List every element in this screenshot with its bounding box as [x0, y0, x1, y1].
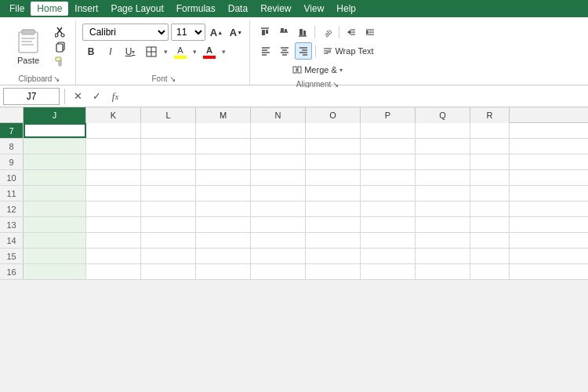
cancel-formula-button[interactable]: ✕	[70, 89, 85, 104]
underline-button[interactable]: U ▾	[122, 43, 139, 60]
cell-r12[interactable]	[470, 201, 510, 216]
cell-p11[interactable]	[361, 186, 416, 201]
menu-file[interactable]: File	[3, 2, 31, 16]
cell-o12[interactable]	[306, 201, 361, 216]
cell-l16[interactable]	[141, 264, 196, 279]
cell-o9[interactable]	[306, 154, 361, 169]
cell-k16[interactable]	[86, 264, 141, 279]
increase-indent-button[interactable]	[361, 24, 379, 41]
cell-j8[interactable]	[24, 139, 86, 154]
merge-dropdown[interactable]: ▾	[339, 67, 343, 74]
cell-p14[interactable]	[361, 233, 416, 248]
cell-q7[interactable]	[416, 123, 470, 138]
cell-o10[interactable]	[306, 170, 361, 185]
row-num-14[interactable]: 14	[0, 233, 24, 248]
cell-m15[interactable]	[196, 249, 251, 263]
cell-k10[interactable]	[86, 170, 141, 185]
paste-button[interactable]: Paste	[8, 24, 49, 69]
cell-l13[interactable]	[141, 217, 196, 232]
underline-dropdown[interactable]: ▾	[132, 49, 135, 56]
cell-j13[interactable]	[24, 217, 86, 232]
orientation-button[interactable]: ab	[318, 24, 336, 41]
menu-insert[interactable]: Insert	[68, 2, 104, 16]
cell-n7[interactable]	[251, 123, 306, 138]
cell-o13[interactable]	[306, 217, 361, 232]
cell-q14[interactable]	[416, 233, 470, 248]
cell-o15[interactable]	[306, 249, 361, 263]
formula-input[interactable]	[126, 88, 585, 105]
menu-page-layout[interactable]: Page Layout	[104, 2, 169, 16]
cell-k8[interactable]	[86, 139, 141, 154]
cell-reference-box[interactable]	[3, 88, 60, 105]
cell-j10[interactable]	[24, 170, 86, 185]
borders-dropdown[interactable]: ▾	[164, 48, 168, 56]
cell-j12[interactable]	[24, 201, 86, 216]
cell-n10[interactable]	[251, 170, 306, 185]
cut-button[interactable]	[50, 25, 71, 39]
col-header-r[interactable]: R	[470, 107, 510, 123]
row-num-10[interactable]: 10	[0, 170, 24, 185]
cell-m12[interactable]	[196, 201, 251, 216]
cell-r11[interactable]	[470, 186, 510, 201]
cell-q8[interactable]	[416, 139, 470, 154]
font-color-button[interactable]: A	[199, 43, 220, 60]
cell-l10[interactable]	[141, 170, 196, 185]
cell-j7[interactable]	[24, 123, 86, 138]
cell-r14[interactable]	[470, 233, 510, 248]
cell-n12[interactable]	[251, 201, 306, 216]
menu-review[interactable]: Review	[254, 2, 297, 16]
col-header-k[interactable]: K	[86, 107, 141, 123]
cell-l9[interactable]	[141, 154, 196, 169]
row-num-15[interactable]: 15	[0, 249, 24, 263]
cell-r7[interactable]	[470, 123, 510, 138]
cell-j16[interactable]	[24, 264, 86, 279]
cell-r13[interactable]	[470, 217, 510, 232]
cell-m13[interactable]	[196, 217, 251, 232]
cell-m8[interactable]	[196, 139, 251, 154]
align-right-button[interactable]	[295, 42, 312, 60]
cell-o7[interactable]	[306, 123, 361, 138]
col-header-o[interactable]: O	[306, 107, 361, 123]
decrease-font-button[interactable]: A▼	[227, 24, 245, 41]
cell-l8[interactable]	[141, 139, 196, 154]
cell-r8[interactable]	[470, 139, 510, 154]
italic-button[interactable]: I	[102, 43, 119, 60]
font-name-select[interactable]: Calibri	[82, 24, 169, 41]
merge-button[interactable]: Merge & ▾	[289, 61, 347, 78]
cell-l11[interactable]	[141, 186, 196, 201]
font-color-dropdown[interactable]: ▾	[222, 48, 226, 56]
cell-q9[interactable]	[416, 154, 470, 169]
cell-k15[interactable]	[86, 249, 141, 263]
cell-q11[interactable]	[416, 186, 470, 201]
menu-help[interactable]: Help	[330, 2, 362, 16]
cell-m7[interactable]	[196, 123, 251, 138]
row-num-7[interactable]: 7	[0, 123, 24, 138]
align-bottom-button[interactable]	[294, 24, 311, 41]
cell-m11[interactable]	[196, 186, 251, 201]
cell-p16[interactable]	[361, 264, 416, 279]
cell-n14[interactable]	[251, 233, 306, 248]
align-left-button[interactable]	[257, 42, 274, 60]
fill-color-dropdown[interactable]: ▾	[193, 48, 197, 56]
cell-q15[interactable]	[416, 249, 470, 263]
cell-l7[interactable]	[141, 123, 196, 138]
cell-j9[interactable]	[24, 154, 86, 169]
cell-l15[interactable]	[141, 249, 196, 263]
cell-k13[interactable]	[86, 217, 141, 232]
cell-l12[interactable]	[141, 201, 196, 216]
cell-m16[interactable]	[196, 264, 251, 279]
cell-n9[interactable]	[251, 154, 306, 169]
col-header-n[interactable]: N	[251, 107, 306, 123]
copy-button[interactable]	[50, 40, 71, 54]
cell-r9[interactable]	[470, 154, 510, 169]
cell-o16[interactable]	[306, 264, 361, 279]
cell-j14[interactable]	[24, 233, 86, 248]
wrap-text-button[interactable]: Wrap Text	[319, 42, 377, 60]
cell-q12[interactable]	[416, 201, 470, 216]
cell-q13[interactable]	[416, 217, 470, 232]
menu-home[interactable]: Home	[31, 2, 68, 16]
font-size-select[interactable]: 11	[171, 24, 205, 41]
cell-p12[interactable]	[361, 201, 416, 216]
align-center-button[interactable]	[276, 42, 293, 60]
row-num-9[interactable]: 9	[0, 154, 24, 169]
